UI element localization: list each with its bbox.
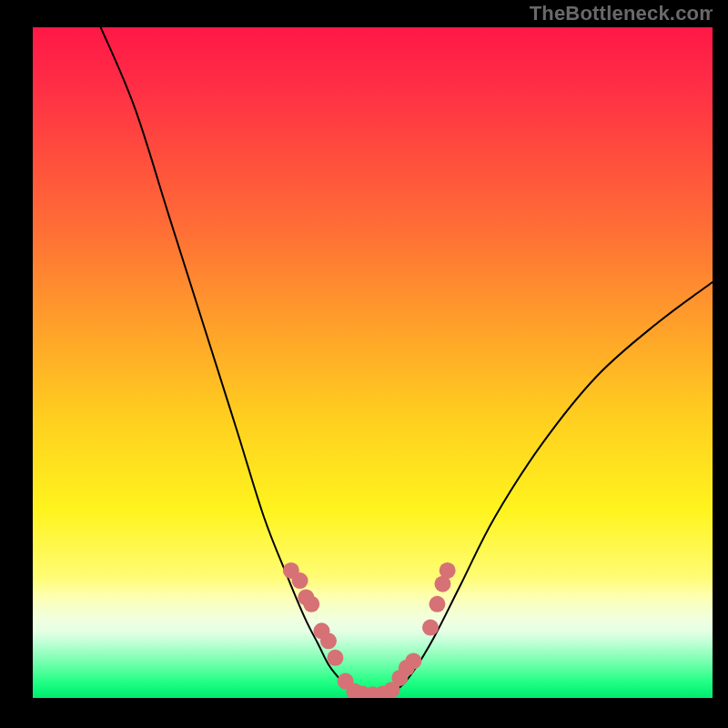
- watermark-text: TheBottleneck.com: [530, 2, 717, 25]
- marker-dot: [320, 632, 337, 649]
- plot-area: [33, 27, 713, 698]
- marker-dot: [440, 562, 456, 579]
- marker-dots: [283, 562, 456, 698]
- bottom-border: [0, 698, 728, 728]
- chart-stage: TheBottleneck.com: [0, 0, 728, 728]
- right-border: [713, 0, 728, 728]
- marker-dot: [292, 572, 308, 589]
- chart-svg: [33, 27, 713, 698]
- left-border: [0, 0, 33, 728]
- marker-dot: [327, 650, 343, 666]
- curve-left-curve: [101, 27, 359, 693]
- curve-paths: [101, 27, 713, 694]
- marker-dot: [303, 596, 319, 612]
- marker-dot: [405, 652, 421, 669]
- marker-dot: [429, 596, 445, 612]
- marker-dot: [422, 620, 439, 636]
